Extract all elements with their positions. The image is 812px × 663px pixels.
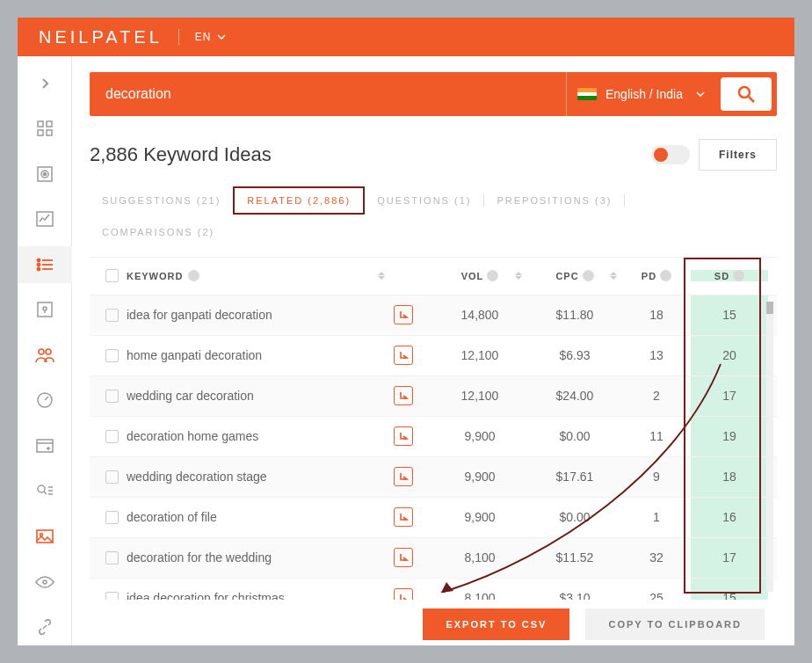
sort-icon[interactable] <box>515 272 522 280</box>
table-row: home ganpati decoration12,100$6.931320 <box>90 335 777 375</box>
pd-cell: 9 <box>622 470 691 484</box>
expand-button[interactable] <box>394 548 413 567</box>
col-cpc[interactable]: CPC <box>527 270 622 281</box>
svg-point-10 <box>37 263 40 266</box>
sd-cell: 16 <box>691 498 768 537</box>
sidebar-item-audit[interactable] <box>18 382 72 419</box>
sd-cell: 15 <box>691 579 768 600</box>
users-icon <box>35 347 54 363</box>
help-icon[interactable] <box>733 270 744 281</box>
toggle-knob <box>654 148 668 162</box>
chevron-down-icon <box>217 34 226 40</box>
scrollbar-thumb[interactable] <box>766 302 773 314</box>
row-checkbox[interactable] <box>97 592 127 600</box>
copy-clipboard-button[interactable]: COPY TO CLIPBOARD <box>585 608 765 640</box>
sort-icon[interactable] <box>610 272 617 280</box>
filters-toggle[interactable] <box>651 145 690 164</box>
sidebar-collapse[interactable] <box>18 65 72 102</box>
sidebar-item-link[interactable] <box>18 608 72 645</box>
chart-line-icon <box>36 211 54 227</box>
sidebar-item-calendar[interactable] <box>18 427 72 464</box>
top-bar: NEILPATEL EN <box>18 18 794 56</box>
sidebar-item-overview[interactable] <box>18 156 72 193</box>
tab-comparisons[interactable]: COMPARISONS (2) <box>90 220 227 244</box>
expand-button[interactable] <box>394 386 413 405</box>
expand-button[interactable] <box>394 346 413 365</box>
help-icon[interactable] <box>583 270 594 281</box>
expand-button[interactable] <box>394 305 413 324</box>
expand-button[interactable] <box>394 507 413 527</box>
table-row: wedding car decoration12,100$24.00217 <box>90 375 777 416</box>
col-vol[interactable]: VOL <box>432 270 527 281</box>
row-checkbox[interactable] <box>97 470 127 484</box>
link-icon <box>36 618 54 636</box>
sd-cell: 17 <box>691 376 768 416</box>
keyword-cell: decoration home games <box>127 429 394 443</box>
vol-cell: 8,100 <box>432 591 527 600</box>
svg-rect-19 <box>37 440 53 452</box>
col-sd[interactable]: SD <box>691 270 768 281</box>
table-row: decoration for the wedding8,100$11.52321… <box>90 537 777 578</box>
pd-cell: 11 <box>622 429 691 443</box>
export-csv-button[interactable]: EXPORT TO CSV <box>423 608 569 640</box>
help-icon[interactable] <box>487 270 498 281</box>
sidebar-item-keywords[interactable] <box>18 246 72 283</box>
help-icon[interactable] <box>660 270 671 281</box>
keyword-cell: decoration for the wedding <box>127 550 394 565</box>
table-row: wedding decoration stage9,900$17.61918 <box>90 456 777 497</box>
sort-icon[interactable] <box>378 272 385 280</box>
tab-related[interactable]: RELATED (2,886) <box>233 186 365 215</box>
row-checkbox[interactable] <box>97 430 127 443</box>
app-window: NEILPATEL EN <box>18 18 794 645</box>
top-language-select[interactable]: EN <box>195 31 226 43</box>
cpc-cell: $17.61 <box>527 470 622 484</box>
sidebar-item-audience[interactable] <box>18 337 72 374</box>
table-row: idea for ganpati decoration14,800$11.801… <box>90 295 777 335</box>
expand-button[interactable] <box>394 588 413 600</box>
cpc-cell: $0.00 <box>527 510 622 524</box>
row-checkbox[interactable] <box>97 349 127 362</box>
gauge-icon <box>36 391 54 409</box>
target-search-icon <box>36 165 54 183</box>
browser-plus-icon <box>36 439 54 453</box>
vol-cell: 12,100 <box>432 389 527 403</box>
row-checkbox[interactable] <box>97 390 127 403</box>
search-input[interactable] <box>90 72 566 116</box>
sd-cell: 15 <box>691 295 768 335</box>
locale-select[interactable]: English / India <box>566 72 715 116</box>
col-keyword[interactable]: KEYWORD <box>127 270 394 281</box>
tab-questions[interactable]: QUESTIONS (1) <box>365 188 483 213</box>
row-checkbox[interactable] <box>97 551 127 565</box>
filters-button[interactable]: Filters <box>699 139 777 171</box>
sidebar-item-image[interactable] <box>18 518 72 555</box>
keyword-cell: home ganpati decoration <box>127 348 394 362</box>
select-all-checkbox[interactable] <box>97 269 127 282</box>
pd-cell: 18 <box>622 308 691 322</box>
expand-button[interactable] <box>394 426 413 446</box>
col-pd[interactable]: PD <box>622 270 691 281</box>
sidebar-item-dashboard[interactable] <box>18 111 72 148</box>
vol-cell: 9,900 <box>432 429 527 443</box>
tab-prepositions[interactable]: PREPOSITIONS (3) <box>484 188 624 213</box>
locale-label: English / India <box>605 87 683 101</box>
pd-cell: 25 <box>622 591 691 600</box>
scrollbar-track <box>766 302 773 592</box>
sidebar-item-view[interactable] <box>18 564 72 601</box>
pd-cell: 2 <box>622 389 691 403</box>
sidebar-item-search-list[interactable] <box>18 473 72 510</box>
search-button[interactable] <box>721 77 772 111</box>
expand-button[interactable] <box>394 467 413 486</box>
divider <box>178 29 179 45</box>
help-icon[interactable] <box>188 270 199 281</box>
sd-cell: 19 <box>691 417 768 456</box>
sidebar-item-site[interactable] <box>18 292 72 329</box>
tab-suggestions[interactable]: SUGGESTIONS (21) <box>90 188 233 213</box>
row-checkbox[interactable] <box>97 309 127 322</box>
svg-rect-2 <box>38 130 43 135</box>
svg-point-30 <box>43 580 47 584</box>
keyword-cell: decoration of file <box>127 510 394 524</box>
sd-cell: 20 <box>691 336 768 375</box>
row-checkbox[interactable] <box>97 511 127 524</box>
vol-cell: 14,800 <box>432 308 527 322</box>
sidebar-item-analytics[interactable] <box>18 201 72 238</box>
